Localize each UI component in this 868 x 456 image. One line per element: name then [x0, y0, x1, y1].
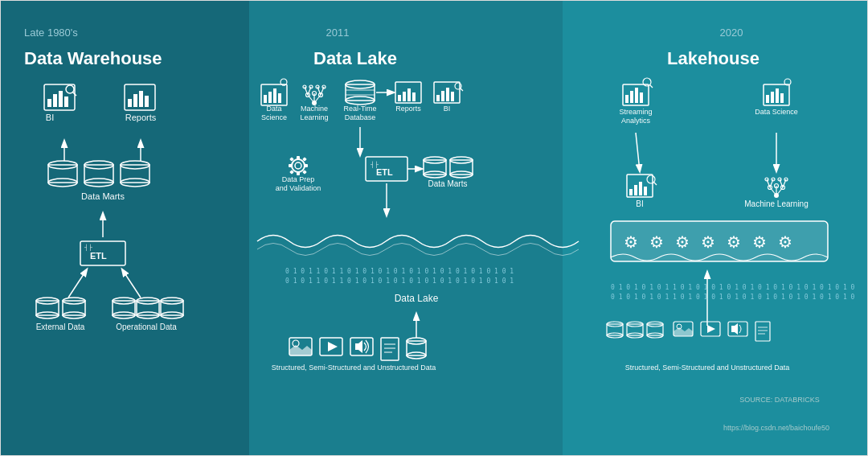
svg-rect-93	[407, 88, 411, 101]
svg-rect-159	[766, 95, 769, 103]
svg-text:Data Marts: Data Marts	[428, 179, 468, 188]
svg-text:BI: BI	[46, 113, 54, 122]
svg-rect-59	[273, 88, 276, 103]
svg-text:Reports: Reports	[125, 113, 157, 122]
svg-rect-8	[59, 91, 63, 107]
svg-rect-150	[625, 95, 628, 103]
svg-text:ETL: ETL	[90, 251, 107, 261]
svg-rect-94	[412, 92, 416, 101]
svg-rect-14	[128, 99, 132, 107]
svg-rect-97	[436, 95, 440, 101]
svg-rect-98	[441, 91, 444, 101]
svg-rect-17	[145, 96, 149, 107]
svg-text:Structured, Semi-Structured an: Structured, Semi-Structured and Unstruct…	[272, 364, 436, 372]
svg-rect-162	[780, 93, 784, 103]
svg-rect-168	[639, 182, 642, 195]
svg-text:Lakehouse: Lakehouse	[667, 48, 760, 68]
svg-text:Late 1980's: Late 1980's	[24, 27, 78, 39]
svg-rect-58	[268, 92, 272, 103]
svg-text:⚙: ⚙	[624, 233, 638, 251]
svg-text:0 1 0 1 0 1 0 1 1 0 1 0 1 0 1 : 0 1 0 1 0 1 0 1 1 0 1 0 1 0 1 0 1 0 1 0 …	[611, 294, 855, 301]
svg-text:Real-Time: Real-Time	[343, 105, 376, 113]
svg-rect-160	[771, 92, 774, 103]
svg-rect-6	[47, 99, 51, 107]
svg-rect-161	[776, 88, 779, 103]
svg-text:External Data: External Data	[36, 322, 85, 331]
svg-text:Data Marts: Data Marts	[81, 191, 125, 201]
svg-point-180	[774, 193, 779, 198]
svg-text:2020: 2020	[720, 27, 743, 39]
svg-rect-169	[644, 187, 647, 195]
svg-rect-60	[278, 93, 281, 103]
main-diagram: Late 1980's Data Warehouse BI Reports	[0, 0, 868, 456]
svg-text:BI: BI	[444, 105, 451, 113]
svg-text:⚙: ⚙	[675, 233, 690, 251]
svg-text:https://blog.csdn.net/baichouf: https://blog.csdn.net/baichoufe50	[723, 424, 829, 432]
svg-text:⚙: ⚙	[778, 233, 792, 251]
svg-rect-57	[264, 95, 267, 103]
svg-text:Reports: Reports	[395, 105, 421, 113]
svg-text:Operational Data: Operational Data	[116, 322, 177, 331]
svg-text:0 1 0 1 0 1 0 1 1 0 1 0 1 0 1 : 0 1 0 1 0 1 0 1 1 0 1 0 1 0 1 0 1 0 1 0 …	[611, 284, 855, 291]
svg-rect-191	[611, 221, 828, 261]
svg-rect-109	[304, 164, 308, 167]
svg-text:Machine: Machine	[301, 105, 328, 113]
svg-text:BI: BI	[636, 199, 643, 208]
svg-text:Data Prep: Data Prep	[282, 175, 315, 183]
svg-rect-152	[635, 88, 638, 103]
svg-rect-108	[289, 164, 293, 167]
svg-text:and Validation: and Validation	[276, 184, 321, 192]
svg-text:0 1 0 1 1 0 1 1 0 1 0 1 0 1 0 : 0 1 0 1 1 0 1 1 0 1 0 1 0 1 0 1 0 1 0 1 …	[285, 277, 514, 285]
svg-text:Streaming: Streaming	[619, 108, 652, 116]
svg-marker-1	[249, 0, 611, 456]
svg-text:Data Lake: Data Lake	[395, 293, 439, 304]
svg-text:Structured, Semi-Structured an: Structured, Semi-Structured and Unstruct…	[625, 364, 790, 372]
svg-rect-92	[403, 92, 406, 101]
svg-rect-153	[640, 92, 643, 103]
svg-rect-16	[139, 91, 143, 107]
svg-text:Science: Science	[261, 113, 287, 121]
svg-text:Data Lake: Data Lake	[313, 48, 397, 68]
svg-text:⚙: ⚙	[752, 233, 767, 251]
svg-text:Data: Data	[266, 105, 281, 113]
svg-rect-91	[398, 95, 401, 101]
svg-rect-167	[634, 185, 637, 195]
svg-rect-99	[446, 88, 449, 101]
svg-text:Analytics: Analytics	[621, 117, 651, 125]
svg-text:Database: Database	[345, 113, 376, 121]
svg-text:Machine Learning: Machine Learning	[744, 199, 809, 208]
svg-rect-15	[133, 94, 137, 107]
svg-text:⚙: ⚙	[727, 233, 741, 251]
svg-text:⚙: ⚙	[649, 233, 664, 251]
svg-rect-9	[64, 97, 68, 107]
svg-rect-100	[451, 92, 454, 101]
svg-rect-7	[53, 94, 57, 107]
svg-text:Data Science: Data Science	[755, 108, 798, 116]
svg-rect-166	[629, 189, 633, 195]
svg-text:⚙: ⚙	[701, 233, 715, 251]
svg-text:Data Warehouse: Data Warehouse	[24, 48, 162, 68]
svg-rect-151	[630, 91, 633, 103]
svg-text:0 1 0 1 1 0 1 1 0 1 0 1 0 1 0 : 0 1 0 1 1 0 1 1 0 1 0 1 0 1 0 1 0 1 0 1 …	[285, 268, 514, 275]
svg-text:ETL: ETL	[376, 167, 393, 177]
svg-rect-106	[297, 156, 300, 160]
svg-text:SOURCE: DATABRICKS: SOURCE: DATABRICKS	[739, 396, 820, 404]
svg-text:Learning: Learning	[300, 113, 328, 121]
svg-text:2011: 2011	[326, 27, 350, 39]
